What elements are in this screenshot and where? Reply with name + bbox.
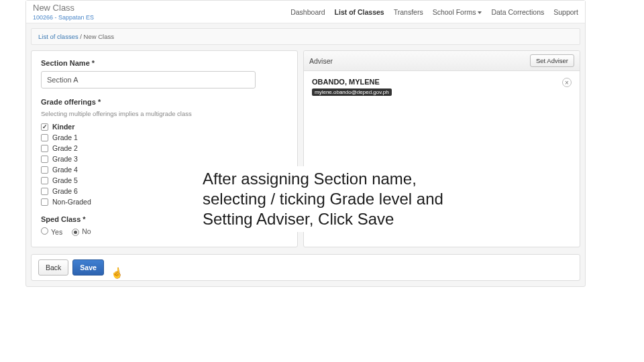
grade-offerings-label: Grade offerings * bbox=[41, 98, 288, 106]
nav-data-corrections[interactable]: Data Corrections bbox=[491, 8, 544, 16]
back-button[interactable]: Back bbox=[38, 259, 68, 276]
grade-item: Grade 2 bbox=[41, 144, 288, 152]
set-adviser-button[interactable]: Set Adviser bbox=[530, 54, 574, 67]
remove-adviser-icon[interactable]: × bbox=[562, 78, 572, 87]
checkbox-icon[interactable] bbox=[41, 198, 48, 206]
checkbox-icon[interactable] bbox=[41, 166, 48, 174]
cursor-icon: ☝ bbox=[110, 265, 125, 280]
topbar: New Class 100266 - Sappatan ES Dashboard… bbox=[26, 1, 585, 23]
sped-no-option[interactable]: No bbox=[72, 227, 91, 236]
chevron-down-icon bbox=[478, 11, 482, 14]
nav-classes[interactable]: List of Classes bbox=[335, 8, 384, 16]
radio-icon[interactable] bbox=[72, 229, 79, 236]
nav-school-forms[interactable]: School Forms bbox=[433, 8, 482, 16]
save-button[interactable]: Save bbox=[72, 259, 104, 276]
checkbox-icon[interactable] bbox=[41, 177, 48, 184]
breadcrumb: List of classes / New Class bbox=[31, 28, 580, 45]
adviser-email: mylene.obando@deped.gov.ph bbox=[312, 88, 392, 96]
checkbox-icon[interactable] bbox=[41, 123, 48, 131]
nav-transfers[interactable]: Transfers bbox=[394, 8, 423, 16]
page-title: New Class bbox=[33, 3, 94, 13]
grade-item: Grade 1 bbox=[41, 133, 288, 141]
checkbox-icon[interactable] bbox=[41, 145, 48, 152]
nav-dashboard[interactable]: Dashboard bbox=[290, 8, 325, 16]
main-nav: Dashboard List of Classes Transfers Scho… bbox=[290, 8, 578, 16]
brand: New Class 100266 - Sappatan ES bbox=[33, 3, 94, 21]
section-name-label: Section Name * bbox=[41, 59, 288, 67]
footer-bar: Back Save ☝ bbox=[31, 254, 580, 281]
radio-icon[interactable] bbox=[41, 227, 48, 235]
breadcrumb-current: New Class bbox=[84, 33, 114, 40]
checkbox-icon[interactable] bbox=[41, 156, 48, 163]
adviser-panel-header: Adviser Set Adviser bbox=[304, 51, 580, 71]
checkbox-icon[interactable] bbox=[41, 188, 48, 195]
nav-support[interactable]: Support bbox=[553, 8, 578, 16]
section-name-input[interactable] bbox=[41, 71, 256, 88]
grade-offerings-hint: Selecting multiple offerings implies a m… bbox=[41, 110, 288, 117]
adviser-panel-label: Adviser bbox=[309, 57, 530, 65]
sped-yes-option[interactable]: Yes bbox=[41, 227, 62, 236]
instruction-overlay: After assigning Section name, selecting … bbox=[201, 166, 483, 232]
school-id-link[interactable]: 100266 - Sappatan ES bbox=[33, 14, 94, 21]
breadcrumb-link[interactable]: List of classes bbox=[38, 33, 78, 40]
adviser-name: OBANDO, MYLENE bbox=[312, 78, 392, 86]
checkbox-icon[interactable] bbox=[41, 134, 48, 141]
grade-item: Kinder bbox=[41, 123, 288, 131]
grade-item: Grade 3 bbox=[41, 155, 288, 163]
